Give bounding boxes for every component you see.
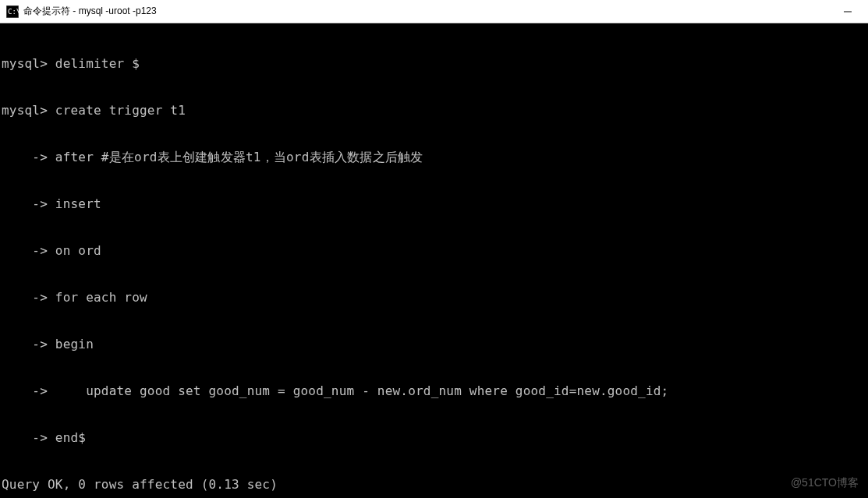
terminal-output[interactable]: mysql> delimiter $ mysql> create trigger…: [0, 23, 868, 498]
minimize-button[interactable]: [837, 4, 859, 19]
terminal-line: Query OK, 0 rows affected (0.13 sec): [2, 477, 866, 493]
terminal-line: mysql> delimiter $: [2, 56, 866, 72]
terminal-line: mysql> create trigger t1: [2, 103, 866, 118]
svg-text:C:\: C:\: [8, 8, 19, 16]
terminal-line: -> for each row: [2, 290, 866, 306]
window-title: 命令提示符 - mysql -uroot -p123: [23, 5, 837, 18]
terminal-line: -> update good set good_num = good_num -…: [2, 383, 866, 399]
terminal-line: -> begin: [2, 337, 866, 352]
terminal-line: -> after #是在ord表上创建触发器t1，当ord表插入数据之后触发: [2, 150, 866, 165]
terminal-line: -> end$: [2, 430, 866, 446]
window-titlebar: C:\ 命令提示符 - mysql -uroot -p123: [0, 0, 868, 23]
terminal-line: -> insert: [2, 196, 866, 212]
cmd-icon: C:\: [6, 5, 19, 18]
terminal-line: -> on ord: [2, 243, 866, 259]
watermark: @51CTO博客: [791, 476, 859, 490]
window-controls: [837, 4, 862, 19]
